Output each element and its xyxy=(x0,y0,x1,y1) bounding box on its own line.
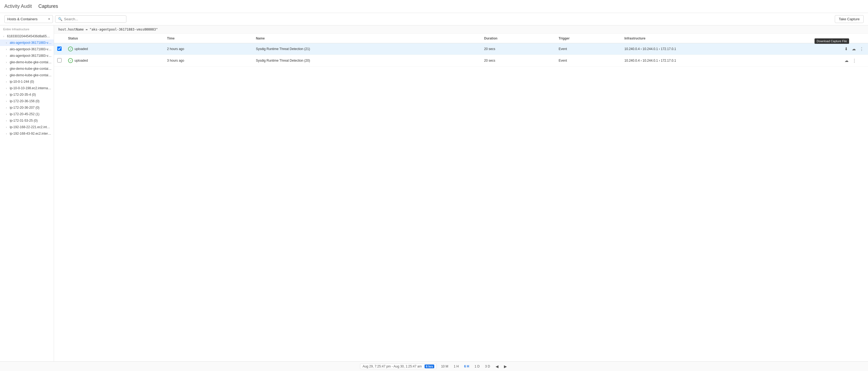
col-status: Status xyxy=(65,34,164,43)
sidebar-item-item-9[interactable]: ›ip-172-20-35-4 (0) xyxy=(0,91,54,98)
table-wrapper: Status Time Name Duration Trigger Infras… xyxy=(54,34,868,361)
more-options-icon[interactable]: ⋮ xyxy=(851,58,858,63)
sidebar-item-label: ip-10-0-1-244 (0) xyxy=(10,80,52,84)
expand-icon: › xyxy=(6,80,9,83)
expand-icon: › xyxy=(6,93,9,96)
download-tooltip-text: Download Capture File xyxy=(814,38,849,44)
table-body: ✓uploaded2 hours agoSysdig Runtime Threa… xyxy=(54,43,868,66)
sidebar-item-item-1[interactable]: ›aks-agentpool-36171883-vmss000003 (2) xyxy=(0,39,54,46)
more-options-icon[interactable]: ⋮ xyxy=(859,46,865,52)
sidebar-item-item-5[interactable]: ›gke-demo-kube-gke-containerd-pool-038bd… xyxy=(0,65,54,72)
row-actions: Download Capture File ⬇ ☁ ⋮ xyxy=(843,46,865,52)
col-checkbox xyxy=(54,34,65,43)
expand-icon: › xyxy=(6,67,9,70)
table-header-row: Status Time Name Duration Trigger Infras… xyxy=(54,34,868,43)
app-title: Activity Audit xyxy=(4,3,32,9)
sidebar-item-label: aks-agentpool-36171883-vmss000005 (2) xyxy=(10,54,52,58)
expand-icon: › xyxy=(6,87,9,90)
chevron-down-icon: ▾ xyxy=(48,17,50,21)
row-checkbox[interactable] xyxy=(57,47,62,51)
sidebar-item-item-0[interactable]: ›61833032044545436d8a6557d63e6965b6-3418… xyxy=(0,33,54,39)
filter-bar: host.hostName = "aks-agentpool-36171883-… xyxy=(54,25,868,34)
table-row[interactable]: ✓uploaded3 hours agoSysdig Runtime Threa… xyxy=(54,55,868,66)
expand-icon: › xyxy=(6,74,9,77)
sidebar: Entire Infrastructure ›61833032044545436… xyxy=(0,25,54,361)
take-capture-button[interactable]: Take Capture xyxy=(835,15,864,23)
expand-icon: › xyxy=(6,113,9,116)
cloud-upload-icon[interactable]: ☁ xyxy=(843,58,849,63)
sidebar-item-item-10[interactable]: ›ip-172-20-36-156 (0) xyxy=(0,98,54,104)
time-range-text: Aug 29, 7:25:47 pm - Aug 30, 1:25:47 am xyxy=(363,365,422,368)
col-trigger: Trigger xyxy=(556,34,621,43)
sidebar-item-item-7[interactable]: ›ip-10-0-1-244 (0) xyxy=(0,79,54,85)
col-duration: Duration xyxy=(481,34,556,43)
download-tooltip-wrapper: Download Capture File ⬇ xyxy=(843,47,849,51)
row-status-cell: ✓uploaded xyxy=(65,43,164,55)
nav-next-arrow[interactable]: ▶ xyxy=(503,364,508,369)
expand-icon: › xyxy=(6,106,9,109)
row-actions: ☁ ⋮ xyxy=(843,58,865,63)
row-actions-cell: Download Capture File ⬇ ☁ ⋮ xyxy=(840,43,868,55)
sidebar-item-label: ip-172-20-45-252 (1) xyxy=(10,112,52,116)
row-name-cell: Sysdig Runtime Threat Detection (20) xyxy=(252,55,481,66)
row-checkbox[interactable] xyxy=(57,58,62,62)
row-infrastructure-cell: 10.240.0.4 › 10.244.0.1 › 172.17.0.1 xyxy=(621,55,840,66)
toolbar-left: Hosts & Containers ▾ 🔍 xyxy=(4,15,126,23)
time-option-10m[interactable]: 10 M xyxy=(440,364,450,369)
row-duration-cell: 20 secs xyxy=(481,43,556,55)
toolbar: Hosts & Containers ▾ 🔍 Take Capture xyxy=(0,13,868,25)
row-duration-cell: 20 secs xyxy=(481,55,556,66)
sidebar-item-label: ip-192-168-43-92.ec2.internal (0) xyxy=(10,132,52,136)
time-option-6h[interactable]: 6 H xyxy=(463,364,470,369)
sidebar-item-item-11[interactable]: ›ip-172-20-36-207 (0) xyxy=(0,104,54,111)
sidebar-item-item-8[interactable]: ›ip-10-0-10-198.ec2.internal (0) xyxy=(0,85,54,91)
sidebar-item-item-14[interactable]: ›ip-192-168-22-221.ec2.internal (0) xyxy=(0,124,54,130)
row-status-cell: ✓uploaded xyxy=(65,55,164,66)
hosts-dropdown-label: Hosts & Containers xyxy=(7,17,47,21)
expand-icon: › xyxy=(6,132,9,135)
sidebar-item-label: gke-demo-kube-gke-containerd-pool-038bdc… xyxy=(10,73,52,77)
expand-icon: › xyxy=(3,35,6,38)
sidebar-item-item-2[interactable]: ›aks-agentpool-36171883-vmss000004 (0) xyxy=(0,46,54,53)
time-option-1h[interactable]: 1 H xyxy=(453,364,460,369)
status-text: uploaded xyxy=(74,47,88,51)
expand-icon: › xyxy=(6,54,9,57)
row-trigger-cell: Event xyxy=(556,55,621,66)
time-option-3d[interactable]: 3 D xyxy=(484,364,491,369)
sidebar-item-label: 61833032044545436d8a6557d63e6965b6-34189… xyxy=(7,34,52,38)
search-input[interactable] xyxy=(64,17,123,21)
row-checkbox-cell xyxy=(54,55,65,66)
time-badge: 6 hrs xyxy=(425,365,434,368)
sidebar-item-label: ip-172-20-36-207 (0) xyxy=(10,106,52,110)
hosts-containers-dropdown[interactable]: Hosts & Containers ▾ xyxy=(4,15,53,23)
sidebar-item-item-13[interactable]: ›ip-172-31-53-25 (0) xyxy=(0,117,54,124)
sidebar-item-item-4[interactable]: ›gke-demo-kube-gke-containerd-pool-038bd… xyxy=(0,59,54,65)
sidebar-items-list: ›61833032044545436d8a6557d63e6965b6-3418… xyxy=(0,33,54,137)
sidebar-item-label: ip-10-0-10-198.ec2.internal (0) xyxy=(10,86,52,90)
expand-icon: › xyxy=(6,126,9,129)
expand-icon: › xyxy=(6,48,9,51)
sidebar-item-item-15[interactable]: ›ip-192-168-43-92.ec2.internal (0) xyxy=(0,130,54,137)
row-checkbox-cell xyxy=(54,43,65,55)
col-name: Name xyxy=(252,34,481,43)
sidebar-item-label: ip-172-20-35-4 (0) xyxy=(10,93,52,96)
nav-prev-arrow[interactable]: ◀ xyxy=(495,364,500,369)
content-area: host.hostName = "aks-agentpool-36171883-… xyxy=(54,25,868,361)
col-infrastructure: Infrastructure xyxy=(621,34,840,43)
table-row[interactable]: ✓uploaded2 hours agoSysdig Runtime Threa… xyxy=(54,43,868,55)
sidebar-item-item-6[interactable]: ›gke-demo-kube-gke-containerd-pool-038bd… xyxy=(0,72,54,79)
row-time-cell: 3 hours ago xyxy=(164,55,253,66)
download-cloud-icon[interactable]: ⬇ xyxy=(843,46,849,52)
status-icon: ✓ xyxy=(68,47,73,51)
sidebar-item-label: ip-172-20-36-156 (0) xyxy=(10,99,52,103)
expand-icon: › xyxy=(6,119,9,122)
cloud-upload-icon[interactable]: ☁ xyxy=(851,46,857,52)
sidebar-item-label: gke-demo-kube-gke-containerd-pool-038bdc… xyxy=(10,60,52,64)
col-time: Time xyxy=(164,34,253,43)
row-name-cell: Sysdig Runtime Threat Detection (21) xyxy=(252,43,481,55)
time-option-1d[interactable]: 1 D xyxy=(473,364,481,369)
sidebar-item-item-3[interactable]: ›aks-agentpool-36171883-vmss000005 (2) xyxy=(0,53,54,59)
sidebar-item-item-12[interactable]: ›ip-172-20-45-252 (1) xyxy=(0,111,54,117)
bottom-bar: Aug 29, 7:25:47 pm - Aug 30, 1:25:47 am … xyxy=(0,361,868,371)
sidebar-item-label: ip-172-31-53-25 (0) xyxy=(10,119,52,122)
